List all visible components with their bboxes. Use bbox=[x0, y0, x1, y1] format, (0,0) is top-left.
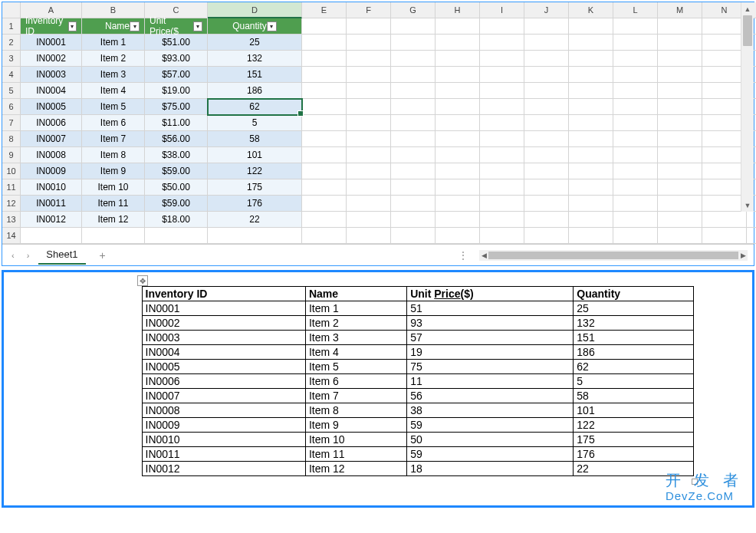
empty-cell[interactable] bbox=[658, 228, 702, 244]
empty-cell[interactable] bbox=[613, 131, 658, 147]
cell-D5[interactable]: 186 bbox=[208, 83, 302, 99]
empty-cell[interactable] bbox=[391, 83, 436, 99]
empty-cell[interactable] bbox=[391, 228, 436, 244]
cell-price[interactable]: 38 bbox=[407, 403, 574, 418]
cell-qty[interactable]: 25 bbox=[574, 301, 693, 316]
empty-cell[interactable] bbox=[302, 163, 347, 179]
empty-cell[interactable] bbox=[524, 67, 569, 83]
empty-cell[interactable] bbox=[436, 179, 480, 196]
word-th-inventory[interactable]: Inventory ID bbox=[142, 287, 305, 301]
row-header-3[interactable]: 3 bbox=[2, 51, 21, 67]
table-row[interactable]: IN0003 Item 3 57 151 bbox=[142, 331, 693, 345]
empty-cell[interactable] bbox=[658, 18, 702, 35]
empty-cell[interactable] bbox=[347, 228, 391, 244]
cell-name[interactable]: Item 3 bbox=[305, 331, 406, 345]
empty-cell[interactable] bbox=[436, 196, 480, 212]
empty-cell[interactable] bbox=[391, 51, 436, 67]
word-th-name[interactable]: Name bbox=[305, 287, 406, 301]
empty-cell[interactable] bbox=[747, 228, 756, 244]
filter-dropdown-icon[interactable]: ▾ bbox=[193, 21, 202, 31]
empty-cell[interactable] bbox=[658, 147, 702, 163]
cell-C6[interactable]: $75.00 bbox=[145, 99, 208, 115]
cell-qty[interactable]: 186 bbox=[574, 345, 693, 360]
empty-cell[interactable] bbox=[480, 212, 524, 228]
table-header-2[interactable]: Unit Price($ ▾ bbox=[145, 18, 208, 35]
empty-cell[interactable] bbox=[524, 83, 569, 99]
spreadsheet-grid[interactable]: ABCDEFGHIJKLMNO1 Inventory ID ▾ Name ▾ U… bbox=[2, 2, 754, 244]
cell-D3[interactable]: 132 bbox=[208, 51, 302, 67]
empty-cell[interactable] bbox=[569, 147, 613, 163]
empty-cell[interactable] bbox=[480, 196, 524, 212]
empty-cell[interactable] bbox=[569, 115, 613, 131]
empty-cell[interactable] bbox=[436, 83, 480, 99]
col-header-F[interactable]: F bbox=[347, 2, 391, 18]
cell-inventory[interactable]: IN0006 bbox=[142, 374, 305, 389]
cell-A11[interactable]: IN0010 bbox=[21, 179, 82, 196]
table-row[interactable]: IN0007 Item 7 56 58 bbox=[142, 389, 693, 403]
cell-C8[interactable]: $56.00 bbox=[145, 131, 208, 147]
cell-price[interactable]: 57 bbox=[407, 331, 574, 345]
cell-B5[interactable]: Item 4 bbox=[82, 83, 145, 99]
cell-name[interactable]: Item 10 bbox=[305, 433, 406, 447]
empty-cell[interactable] bbox=[347, 212, 391, 228]
empty-cell[interactable] bbox=[524, 147, 569, 163]
empty-cell[interactable] bbox=[658, 67, 702, 83]
cell-inventory[interactable]: IN0008 bbox=[142, 403, 305, 418]
col-header-M[interactable]: M bbox=[658, 2, 702, 18]
row-header-2[interactable]: 2 bbox=[2, 35, 21, 51]
empty-cell[interactable] bbox=[347, 147, 391, 163]
empty-cell[interactable] bbox=[480, 18, 524, 35]
row-header-10[interactable]: 10 bbox=[2, 163, 21, 179]
empty-cell[interactable] bbox=[613, 18, 658, 35]
cell-B7[interactable]: Item 6 bbox=[82, 115, 145, 131]
cell-D2[interactable]: 25 bbox=[208, 35, 302, 51]
cell-inventory[interactable]: IN0010 bbox=[142, 433, 305, 447]
cell-qty[interactable]: 58 bbox=[574, 389, 693, 403]
row-header-5[interactable]: 5 bbox=[2, 83, 21, 99]
table-header-3[interactable]: Quantity ▾ bbox=[208, 18, 302, 35]
horizontal-scrollbar[interactable]: ◀ ▶ bbox=[479, 250, 748, 261]
empty-cell[interactable] bbox=[524, 115, 569, 131]
sheet-tab[interactable]: Sheet1 bbox=[38, 245, 85, 265]
empty-cell[interactable] bbox=[436, 115, 480, 131]
col-header-D[interactable]: D bbox=[208, 2, 302, 18]
table-row[interactable]: IN0004 Item 4 19 186 bbox=[142, 345, 693, 360]
empty-cell[interactable] bbox=[569, 35, 613, 51]
empty-cell[interactable] bbox=[391, 196, 436, 212]
cell-name[interactable]: Item 5 bbox=[305, 360, 406, 374]
col-header-I[interactable]: I bbox=[480, 2, 524, 18]
cell-price[interactable]: 56 bbox=[407, 389, 574, 403]
empty-cell[interactable] bbox=[391, 212, 436, 228]
empty-cell[interactable] bbox=[658, 163, 702, 179]
empty-cell[interactable] bbox=[347, 131, 391, 147]
empty-cell[interactable] bbox=[302, 51, 347, 67]
cell-D7[interactable]: 5 bbox=[208, 115, 302, 131]
row-header-13[interactable]: 13 bbox=[2, 212, 21, 228]
cell-qty[interactable]: 132 bbox=[574, 316, 693, 331]
empty-cell[interactable] bbox=[524, 18, 569, 35]
row-header-8[interactable]: 8 bbox=[2, 131, 21, 147]
empty-cell[interactable] bbox=[391, 163, 436, 179]
empty-cell[interactable] bbox=[613, 179, 658, 196]
cell-qty[interactable]: 176 bbox=[574, 447, 693, 462]
empty-cell[interactable] bbox=[302, 18, 347, 35]
table-move-handle-icon[interactable]: ✥ bbox=[137, 275, 148, 286]
empty-cell[interactable] bbox=[524, 196, 569, 212]
cell-inventory[interactable]: IN0009 bbox=[142, 418, 305, 433]
row-header-6[interactable]: 6 bbox=[2, 99, 21, 115]
cell-name[interactable]: Item 12 bbox=[305, 462, 406, 476]
table-header-0[interactable]: Inventory ID ▾ bbox=[21, 18, 82, 35]
cell-C9[interactable]: $38.00 bbox=[145, 147, 208, 163]
cell-name[interactable]: Item 6 bbox=[305, 374, 406, 389]
cell-qty[interactable]: 101 bbox=[574, 403, 693, 418]
scroll-thumb[interactable] bbox=[743, 15, 752, 46]
empty-cell[interactable] bbox=[436, 131, 480, 147]
empty-cell[interactable] bbox=[702, 212, 747, 228]
empty-cell[interactable] bbox=[524, 35, 569, 51]
empty-cell[interactable] bbox=[613, 51, 658, 67]
cell-C13[interactable]: $18.00 bbox=[145, 212, 208, 228]
cell-A5[interactable]: IN0004 bbox=[21, 83, 82, 99]
cell-price[interactable]: 51 bbox=[407, 301, 574, 316]
empty-cell[interactable] bbox=[391, 147, 436, 163]
empty-cell[interactable] bbox=[82, 228, 145, 244]
